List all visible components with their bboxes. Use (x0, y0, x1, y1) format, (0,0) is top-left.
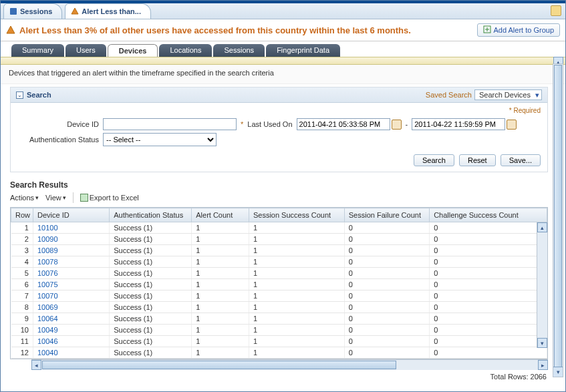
scroll-up-icon[interactable]: ▴ (537, 222, 547, 232)
cell-device-id[interactable]: 10069 (33, 302, 109, 313)
cell-challenge-success: 0 (430, 245, 547, 256)
export-excel-button[interactable]: Export to Excel (80, 194, 139, 202)
calendar-from-icon[interactable] (392, 120, 402, 130)
excel-icon (80, 194, 88, 202)
cell-alert-count: 1 (192, 256, 249, 268)
cell-device-id[interactable]: 10064 (33, 313, 109, 325)
cell-device-id[interactable]: 10046 (33, 336, 109, 347)
table-row[interactable]: 910064Success (1)1100 (11, 313, 547, 325)
table-row[interactable]: 210090Success (1)1100 (11, 234, 547, 245)
outer-vertical-scrollbar[interactable]: ▾ (553, 63, 563, 377)
hscroll-thumb[interactable] (42, 361, 396, 369)
grid-vertical-scrollbar[interactable]: ▴ ▾ (537, 222, 547, 348)
cell-session-success: 1 (249, 347, 344, 359)
subtab-summary[interactable]: Summary (11, 44, 64, 57)
cell-device-id[interactable]: 10089 (33, 245, 109, 256)
calendar-to-icon[interactable] (507, 120, 517, 130)
scroll-right-icon[interactable]: ▸ (538, 360, 548, 370)
col-auth-status-header[interactable]: Authentication Status (110, 208, 192, 222)
col-device-id-header[interactable]: Device ID (33, 208, 109, 222)
help-icon[interactable] (551, 5, 561, 16)
cell-row: 12 (11, 347, 33, 359)
table-row[interactable]: 310089Success (1)1100 (11, 245, 547, 256)
cell-session-failure: 0 (344, 256, 429, 268)
cell-device-id[interactable]: 10040 (33, 347, 109, 359)
table-row[interactable]: 1110046Success (1)1100 (11, 336, 547, 347)
subtab-devices[interactable]: Devices (108, 44, 158, 57)
cell-auth-status: Success (1) (110, 325, 192, 336)
grid-horizontal-scrollbar[interactable]: ◂ ▸ (31, 359, 548, 370)
cell-alert-count: 1 (192, 279, 249, 290)
tab-sessions[interactable]: Sessions (3, 3, 62, 19)
view-menu-button[interactable]: View (45, 194, 66, 202)
cell-session-failure: 0 (344, 279, 429, 290)
sessions-icon (9, 7, 17, 15)
table-row[interactable]: 510076Success (1)1100 (11, 268, 547, 279)
device-id-input[interactable] (103, 118, 237, 130)
table-row[interactable]: 110100Success (1)1100 (11, 222, 547, 234)
cell-device-id[interactable]: 10076 (33, 268, 109, 279)
add-alert-icon (483, 25, 491, 35)
to-date-input[interactable] (412, 118, 505, 130)
collapse-icon[interactable]: ⌄ (16, 91, 23, 99)
svg-marker-1 (72, 8, 78, 14)
outer-vscroll-thumb[interactable] (554, 65, 562, 372)
hscroll-track[interactable] (397, 360, 538, 370)
cell-row: 7 (11, 290, 33, 302)
subtab-users[interactable]: Users (65, 44, 106, 57)
cell-session-success: 1 (249, 290, 344, 302)
cell-alert-count: 1 (192, 302, 249, 313)
actions-menu-button[interactable]: Actions (10, 194, 39, 202)
col-session-failure-header[interactable]: Session Failure Count (344, 208, 429, 222)
subtab-sessions[interactable]: Sessions (213, 44, 265, 57)
cell-device-id[interactable]: 10049 (33, 325, 109, 336)
content-area: Devices that triggered an alert within t… (1, 65, 565, 381)
from-date-input[interactable] (297, 118, 390, 130)
save-button[interactable]: Save... (501, 154, 541, 166)
cell-device-id[interactable]: 10100 (33, 222, 109, 234)
col-row-header[interactable]: Row (11, 208, 33, 222)
cell-session-success: 1 (249, 234, 344, 245)
saved-search-select[interactable]: Search Devices (474, 89, 542, 100)
cell-auth-status: Success (1) (110, 234, 192, 245)
cell-device-id[interactable]: 10075 (33, 279, 109, 290)
cell-session-failure: 0 (344, 347, 429, 359)
cell-alert-count: 1 (192, 313, 249, 325)
table-row[interactable]: 710070Success (1)1100 (11, 290, 547, 302)
subtab-locations[interactable]: Locations (159, 44, 212, 57)
date-range-dash: - (406, 120, 408, 128)
table-row[interactable]: 410078Success (1)1100 (11, 256, 547, 268)
toolbar-separator (73, 192, 74, 203)
table-row[interactable]: 1010049Success (1)1100 (11, 325, 547, 336)
cell-session-failure: 0 (344, 336, 429, 347)
col-challenge-success-header[interactable]: Challenge Success Count (430, 208, 547, 222)
cell-device-id[interactable]: 10090 (33, 234, 109, 245)
search-body: Required Device ID * Last Used On - (11, 103, 547, 172)
subtab-fingerprint-data[interactable]: Fingerprint Data (266, 44, 340, 57)
sub-tab-strip: Summary Users Devices Locations Sessions… (1, 41, 565, 57)
table-row[interactable]: 610075Success (1)1100 (11, 279, 547, 290)
table-row[interactable]: 810069Success (1)1100 (11, 302, 547, 313)
reset-button[interactable]: Reset (459, 154, 496, 166)
scroll-left-icon[interactable]: ◂ (31, 360, 41, 370)
cell-device-id[interactable]: 10078 (33, 256, 109, 268)
cell-session-success: 1 (249, 245, 344, 256)
col-alert-count-header[interactable]: Alert Count (192, 208, 249, 222)
scroll-down-icon[interactable]: ▾ (537, 338, 547, 348)
cell-challenge-success: 0 (430, 302, 547, 313)
outer-scroll-down-icon[interactable]: ▾ (553, 367, 563, 377)
cell-session-success: 1 (249, 302, 344, 313)
search-button-row: Search Reset Save... (17, 149, 541, 166)
auth-status-select[interactable]: -- Select -- (103, 133, 217, 146)
cell-device-id[interactable]: 10070 (33, 290, 109, 302)
cell-session-success: 1 (249, 279, 344, 290)
cell-challenge-success: 0 (430, 256, 547, 268)
cell-challenge-success: 0 (430, 234, 547, 245)
add-alert-to-group-button[interactable]: Add Alert to Group (477, 23, 561, 37)
cell-challenge-success: 0 (430, 325, 547, 336)
tab-alert[interactable]: Alert Less than... (65, 3, 151, 19)
cell-alert-count: 1 (192, 245, 249, 256)
col-session-success-header[interactable]: Session Success Count (249, 208, 344, 222)
table-row[interactable]: 1210040Success (1)1100 (11, 347, 547, 359)
search-button[interactable]: Search (414, 154, 454, 166)
